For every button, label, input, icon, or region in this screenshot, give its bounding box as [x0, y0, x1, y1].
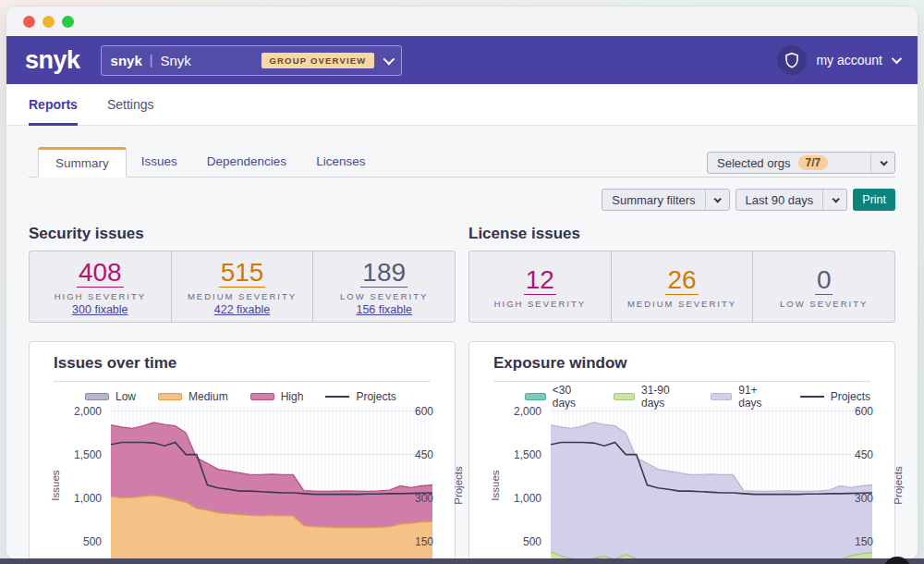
close-window-button[interactable]: [23, 16, 35, 28]
dropdown-caret: [870, 153, 894, 173]
axis-tick: 1,000: [67, 492, 102, 505]
y-axis-label-left: Issues: [50, 458, 61, 513]
maximize-window-button[interactable]: [62, 16, 74, 28]
severity-label: HIGH SEVERITY: [494, 299, 586, 309]
date-range-label: Last 90 days: [736, 193, 823, 207]
severity-card-high: 408 HIGH SEVERITY 300 fixable: [30, 251, 172, 322]
selected-orgs-label: Selected orgs: [717, 156, 791, 170]
org-switcher[interactable]: snyk | Snyk GROUP OVERVIEW: [101, 45, 402, 76]
date-range-dropdown[interactable]: Last 90 days: [736, 189, 848, 211]
legend-label: Medium: [188, 390, 228, 403]
shield-icon: [784, 52, 799, 68]
nav-item-reports[interactable]: Reports: [29, 84, 78, 126]
medium-severity-count[interactable]: 26: [665, 266, 698, 295]
axis-tick: 2,000: [506, 405, 541, 418]
chart-legend: LowMediumHighProjects: [85, 390, 431, 403]
medium-severity-count[interactable]: 515: [219, 259, 266, 288]
low-severity-count[interactable]: 189: [360, 259, 407, 288]
org-switcher-separator: |: [150, 53, 153, 67]
axis-tick: 2,000: [67, 405, 102, 418]
security-issues-cards: 408 HIGH SEVERITY 300 fixable 515 MEDIUM…: [29, 251, 456, 323]
high-severity-count[interactable]: 12: [524, 266, 556, 295]
severity-card-low: 189 LOW SEVERITY 156 fixable: [313, 251, 455, 322]
chart-canvas: [111, 406, 432, 559]
axis-tick: 300: [415, 492, 450, 505]
license-issues-cards: 12 HIGH SEVERITY 26 MEDIUM SEVERITY 0 LO…: [468, 251, 895, 323]
axis-tick: 150: [855, 535, 890, 548]
fixable-link[interactable]: 156 fixable: [356, 303, 411, 316]
legend-swatch: [614, 393, 635, 400]
severity-card-low: 0 LOW SEVERITY: [753, 251, 894, 322]
print-button[interactable]: Print: [853, 189, 895, 211]
fixable-link[interactable]: 300 fixable: [72, 303, 128, 316]
dropdown-caret: [705, 190, 729, 210]
minimize-window-button[interactable]: [43, 16, 55, 28]
legend-item: Projects: [800, 390, 870, 403]
y-axis-label-right: Projects: [893, 458, 904, 513]
axis-tick: 600: [855, 405, 890, 418]
chart-legend: <30 days31-90 days91+ daysProjects: [525, 390, 870, 403]
legend-label: High: [281, 390, 304, 403]
legend-swatch: [800, 396, 824, 398]
chevron-down-icon: [880, 158, 887, 166]
chevron-down-icon: [892, 54, 902, 64]
selected-orgs-dropdown[interactable]: Selected orgs 7/7: [707, 152, 895, 174]
license-issues-title: License issues: [468, 225, 895, 243]
axis-tick: 150: [415, 535, 450, 548]
group-overview-badge: GROUP OVERVIEW: [261, 53, 373, 68]
legend-swatch: [158, 393, 182, 400]
axis-tick: 500: [67, 535, 102, 548]
window-titlebar: [6, 6, 918, 36]
legend-label: Projects: [831, 390, 870, 403]
y-axis-label-right: Projects: [453, 458, 464, 513]
top-navbar: snyk snyk | Snyk GROUP OVERVIEW my accou…: [6, 36, 918, 84]
org-switcher-brand: snyk: [111, 53, 142, 68]
chevron-down-icon: [714, 195, 722, 202]
issues-over-time-chart-card: Issues over time LowMediumHighProjects 2…: [29, 341, 456, 559]
security-issues-section: Security issues 408 HIGH SEVERITY 300 fi…: [29, 225, 456, 323]
chevron-down-icon: [832, 195, 839, 202]
dropdown-caret: [822, 190, 846, 210]
tab-dependencies[interactable]: Dependencies: [192, 147, 301, 177]
severity-label: HIGH SEVERITY: [55, 291, 146, 301]
axis-tick: 500: [506, 535, 541, 548]
severity-label: LOW SEVERITY: [780, 299, 868, 309]
axis-tick: 1,500: [506, 448, 541, 461]
severity-label: MEDIUM SEVERITY: [627, 299, 736, 309]
summary-filters-dropdown[interactable]: Summary filters: [602, 189, 729, 211]
chevron-down-icon: [383, 53, 395, 65]
fixable-link[interactable]: 422 fixable: [214, 303, 270, 316]
legend-item: High: [250, 390, 304, 403]
license-issues-section: License issues 12 HIGH SEVERITY 26 MEDIU…: [468, 225, 895, 323]
selected-orgs-count-badge: 7/7: [798, 155, 829, 170]
chart-title: Exposure window: [493, 354, 870, 373]
severity-label: MEDIUM SEVERITY: [188, 291, 297, 301]
severity-card-high: 12 HIGH SEVERITY: [469, 251, 612, 322]
browser-window: snyk snyk | Snyk GROUP OVERVIEW my accou…: [6, 6, 918, 559]
account-menu[interactable]: my account: [777, 45, 899, 75]
high-severity-count[interactable]: 408: [77, 259, 124, 288]
avatar: [777, 45, 807, 75]
summary-filters-label: Summary filters: [602, 193, 704, 207]
axis-tick: 600: [415, 405, 450, 418]
chart-plot: 2,0001,5001,000500 600450300150 Issues P…: [54, 406, 431, 559]
page-bottom-bar: [0, 558, 924, 564]
chart-title: Issues over time: [54, 354, 431, 373]
severity-card-medium: 515 MEDIUM SEVERITY 422 fixable: [172, 251, 314, 322]
low-severity-count[interactable]: 0: [815, 266, 833, 295]
legend-item: Low: [85, 390, 136, 403]
legend-label: Projects: [356, 390, 395, 403]
chart-canvas: [551, 406, 872, 559]
tab-licenses[interactable]: Licenses: [301, 147, 380, 177]
legend-label: Low: [116, 390, 136, 403]
report-tabstrip: Summary Issues Dependencies Licenses Sel…: [29, 126, 895, 178]
axis-tick: 450: [415, 448, 450, 461]
severity-card-medium: 26 MEDIUM SEVERITY: [612, 251, 754, 322]
nav-item-settings[interactable]: Settings: [107, 84, 154, 126]
tab-summary[interactable]: Summary: [38, 147, 127, 178]
legend-swatch: [711, 393, 732, 400]
axis-tick: 1,500: [67, 448, 102, 461]
tab-issues[interactable]: Issues: [127, 147, 192, 177]
security-issues-title: Security issues: [29, 225, 456, 243]
legend-item: Projects: [325, 390, 395, 403]
